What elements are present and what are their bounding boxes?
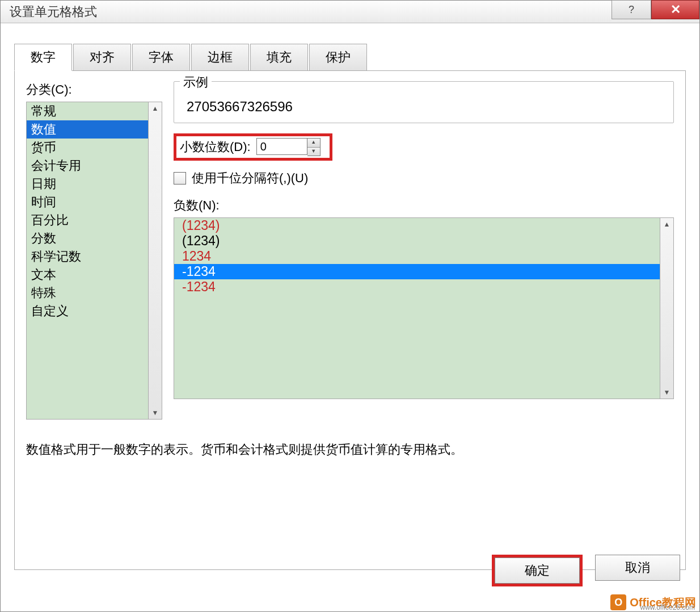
decimal-places-input[interactable] [256, 138, 307, 155]
tab-label: 数字 [31, 50, 56, 64]
list-item-label: 时间 [31, 195, 56, 209]
titlebar: 设置单元格格式 ? ✕ [1, 1, 699, 23]
list-item-label: 货币 [31, 140, 56, 154]
tab-label: 对齐 [90, 50, 115, 64]
list-item-label: 分数 [31, 231, 56, 245]
tab-protection[interactable]: 保护 [309, 44, 367, 71]
dialog-body: 数字 对齐 字体 边框 填充 保护 分类(C): 常规 数值 货币 会计专用 [1, 23, 699, 611]
tab-border[interactable]: 边框 [191, 44, 249, 71]
list-item-label: 日期 [31, 177, 56, 191]
category-item-scientific[interactable]: 科学记数 [27, 248, 148, 266]
thousands-separator-label: 使用千位分隔符(,)(U) [192, 170, 308, 187]
spinner-up-button[interactable]: ▲ [307, 139, 320, 147]
list-item-label: -1234 [182, 279, 216, 294]
office-logo-icon: O [610, 594, 626, 610]
watermark-url: www.office26.com [640, 603, 695, 611]
ok-button-highlight: 确定 [492, 555, 583, 586]
category-item-text[interactable]: 文本 [27, 266, 148, 284]
decimal-places-spinner: ▲ ▼ [256, 138, 321, 156]
category-listbox[interactable]: 常规 数值 货币 会计专用 日期 时间 百分比 分数 科学记数 文本 特殊 自定… [26, 102, 162, 420]
category-label: 分类(C): [26, 81, 162, 98]
tab-label: 填充 [267, 50, 292, 64]
thousands-separator-checkbox[interactable] [174, 172, 186, 185]
category-item-fraction[interactable]: 分数 [27, 229, 148, 248]
button-label: 确定 [525, 562, 550, 579]
tab-fill[interactable]: 填充 [250, 44, 308, 71]
scroll-up-icon[interactable]: ▲ [149, 102, 162, 115]
list-item-label: 数值 [31, 122, 56, 136]
format-description: 数值格式用于一般数字的表示。货币和会计格式则提供货币值计算的专用格式。 [26, 440, 674, 459]
list-item-label: (1234) [182, 233, 220, 248]
category-item-custom[interactable]: 自定义 [27, 302, 148, 320]
negative-item[interactable]: 1234 [174, 249, 660, 264]
category-item-currency[interactable]: 货币 [27, 139, 148, 157]
category-item-date[interactable]: 日期 [27, 175, 148, 193]
list-item-label: 1234 [182, 249, 211, 263]
decimal-places-row: 小数位数(D): ▲ ▼ [174, 133, 332, 161]
tab-number[interactable]: 数字 [14, 44, 72, 71]
tab-panel-number: 分类(C): 常规 数值 货币 会计专用 日期 时间 百分比 分数 科学记数 [14, 70, 686, 570]
negative-numbers-listbox[interactable]: (1234) (1234) 1234 -1234 -1234 ▲ ▼ [174, 217, 674, 399]
list-item-label: 常规 [31, 104, 56, 118]
category-scrollbar[interactable]: ▲ ▼ [148, 102, 162, 419]
dialog-footer: 确定 取消 [492, 555, 680, 586]
window-title: 设置单元格格式 [10, 3, 97, 20]
negative-item[interactable]: (1234) [174, 218, 660, 233]
close-button[interactable]: ✕ [651, 0, 699, 19]
ok-button[interactable]: 确定 [495, 557, 580, 584]
thousands-separator-row: 使用千位分隔符(,)(U) [174, 170, 674, 187]
example-legend: 示例 [180, 74, 212, 91]
titlebar-buttons: ? ✕ [612, 0, 699, 19]
example-value: 27053667326596 [184, 99, 663, 115]
list-item-label: 特殊 [31, 286, 56, 300]
tab-label: 边框 [208, 50, 233, 64]
negative-numbers-label: 负数(N): [174, 197, 674, 214]
tab-alignment[interactable]: 对齐 [73, 44, 131, 71]
dialog-window: 设置单元格格式 ? ✕ 数字 对齐 字体 边框 填充 保护 分类(C): 常规 [0, 0, 700, 612]
list-item-label: (1234) [182, 218, 220, 233]
list-item-label: 会计专用 [31, 158, 81, 173]
category-items: 常规 数值 货币 会计专用 日期 时间 百分比 分数 科学记数 文本 特殊 自定… [27, 102, 148, 419]
category-item-accounting[interactable]: 会计专用 [27, 157, 148, 175]
tab-font[interactable]: 字体 [132, 44, 190, 71]
watermark: O Office教程网 www.office26.com [610, 594, 696, 610]
list-item-label: 文本 [31, 267, 56, 282]
category-item-number[interactable]: 数值 [27, 120, 148, 139]
tab-label: 字体 [149, 50, 174, 64]
negative-scrollbar[interactable]: ▲ ▼ [660, 218, 673, 399]
negative-item-selected[interactable]: -1234 [174, 264, 660, 279]
negative-item[interactable]: (1234) [174, 233, 660, 249]
category-item-time[interactable]: 时间 [27, 193, 148, 211]
list-item-label: 科学记数 [31, 249, 81, 263]
category-item-general[interactable]: 常规 [27, 102, 148, 120]
category-item-special[interactable]: 特殊 [27, 284, 148, 302]
example-frame: 示例 27053667326596 [174, 81, 674, 123]
list-item-label: -1234 [182, 264, 216, 279]
negative-items: (1234) (1234) 1234 -1234 -1234 [174, 218, 660, 399]
scroll-down-icon[interactable]: ▼ [660, 386, 673, 399]
category-item-percentage[interactable]: 百分比 [27, 211, 148, 229]
negative-item[interactable]: -1234 [174, 279, 660, 295]
scroll-down-icon[interactable]: ▼ [149, 406, 162, 419]
help-button[interactable]: ? [612, 0, 651, 19]
spinner-down-button[interactable]: ▼ [307, 147, 320, 156]
button-label: 取消 [625, 559, 650, 576]
list-item-label: 自定义 [31, 304, 69, 318]
tab-label: 保护 [326, 50, 351, 64]
list-item-label: 百分比 [31, 213, 69, 227]
scroll-up-icon[interactable]: ▲ [660, 218, 673, 230]
cancel-button[interactable]: 取消 [595, 555, 680, 581]
tab-strip: 数字 对齐 字体 边框 填充 保护 [14, 44, 686, 71]
spinner-buttons: ▲ ▼ [307, 138, 321, 156]
decimal-places-label: 小数位数(D): [180, 139, 251, 156]
